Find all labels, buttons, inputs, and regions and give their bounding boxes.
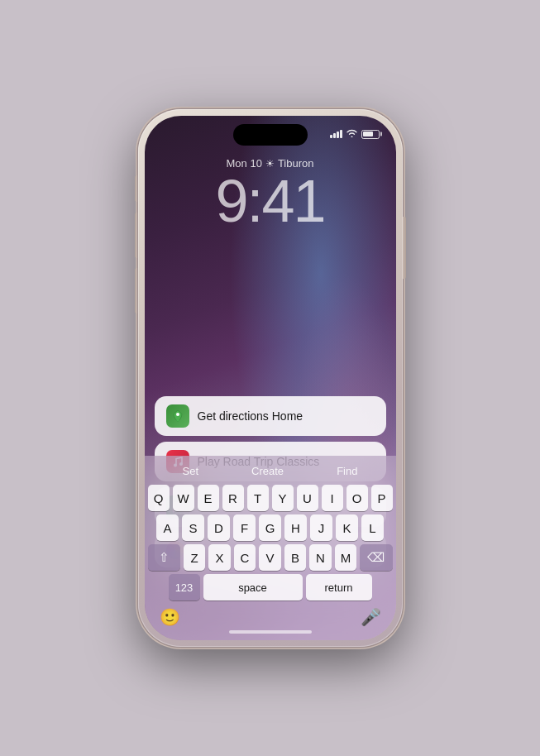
keyboard-row-4: 123 space return bbox=[148, 574, 393, 600]
key-x[interactable]: X bbox=[208, 544, 231, 571]
keyboard-row-1: Q W E R T Y U I O P bbox=[148, 485, 393, 511]
svg-point-0 bbox=[176, 413, 179, 416]
status-right bbox=[330, 127, 380, 139]
keyboard: Set Create Find Q W E R T Y U I O P A S bbox=[145, 456, 396, 640]
key-q[interactable]: Q bbox=[148, 485, 170, 511]
key-v[interactable]: V bbox=[259, 544, 281, 571]
home-indicator bbox=[229, 630, 312, 634]
key-f[interactable]: F bbox=[233, 514, 256, 541]
shortcut-set[interactable]: Set bbox=[176, 462, 206, 480]
key-u[interactable]: U bbox=[297, 485, 318, 511]
phone-screen: Mon 10 ☀ Tiburon 9:41 Get directions Hom… bbox=[145, 116, 396, 640]
emoji-icon[interactable]: 🙂 bbox=[160, 607, 180, 627]
key-z[interactable]: Z bbox=[184, 544, 206, 571]
key-t[interactable]: T bbox=[247, 485, 269, 511]
wifi-icon bbox=[346, 129, 357, 139]
key-d[interactable]: D bbox=[208, 514, 230, 541]
backspace-key[interactable]: ⌫ bbox=[360, 544, 392, 571]
keyboard-row-2: A S D F G H J K L bbox=[148, 514, 393, 541]
key-e[interactable]: E bbox=[198, 485, 219, 511]
silent-switch[interactable] bbox=[135, 175, 138, 202]
battery-icon bbox=[361, 130, 380, 139]
number-key[interactable]: 123 bbox=[169, 574, 200, 600]
volume-up-button[interactable] bbox=[135, 213, 138, 258]
keyboard-shortcuts-row: Set Create Find bbox=[148, 461, 393, 481]
key-a[interactable]: A bbox=[156, 514, 179, 541]
shift-key[interactable]: ⇧ bbox=[148, 544, 180, 571]
keyboard-accessory-row: 🙂 🎤 bbox=[148, 604, 393, 629]
keyboard-row-3: ⇧ Z X C V B N M ⌫ bbox=[148, 544, 393, 571]
key-j[interactable]: J bbox=[310, 514, 332, 541]
key-n[interactable]: N bbox=[309, 544, 332, 571]
return-key[interactable]: return bbox=[306, 574, 372, 600]
key-r[interactable]: R bbox=[222, 485, 244, 511]
signal-icon bbox=[330, 130, 342, 138]
power-button[interactable] bbox=[403, 217, 406, 279]
time-display: 9:41 bbox=[145, 171, 396, 231]
key-y[interactable]: Y bbox=[272, 485, 294, 511]
key-o[interactable]: O bbox=[346, 485, 368, 511]
directions-text: Get directions Home bbox=[198, 409, 303, 423]
dynamic-island bbox=[233, 124, 308, 146]
phone-frame: Mon 10 ☀ Tiburon 9:41 Get directions Hom… bbox=[138, 109, 403, 647]
suggestion-directions[interactable]: Get directions Home bbox=[155, 396, 386, 436]
maps-app-icon bbox=[166, 404, 189, 428]
shortcut-find[interactable]: Find bbox=[330, 462, 364, 480]
key-h[interactable]: H bbox=[284, 514, 307, 541]
key-p[interactable]: P bbox=[371, 485, 393, 511]
key-m[interactable]: M bbox=[335, 544, 357, 571]
key-i[interactable]: I bbox=[322, 485, 343, 511]
key-g[interactable]: G bbox=[259, 514, 281, 541]
volume-down-button[interactable] bbox=[135, 268, 138, 313]
key-s[interactable]: S bbox=[182, 514, 204, 541]
key-c[interactable]: C bbox=[234, 544, 256, 571]
key-l[interactable]: L bbox=[361, 514, 384, 541]
key-b[interactable]: B bbox=[284, 544, 307, 571]
space-key[interactable]: space bbox=[203, 574, 303, 600]
datetime-area: Mon 10 ☀ Tiburon 9:41 bbox=[145, 157, 396, 231]
key-k[interactable]: K bbox=[336, 514, 358, 541]
key-w[interactable]: W bbox=[173, 485, 194, 511]
shortcut-create[interactable]: Create bbox=[245, 462, 290, 480]
microphone-icon[interactable]: 🎤 bbox=[361, 607, 381, 627]
